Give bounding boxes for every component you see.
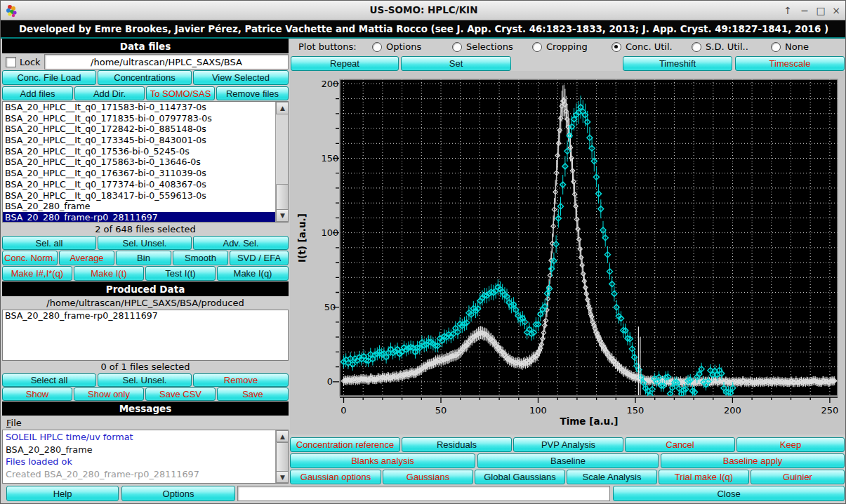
set-button[interactable]: Set (401, 56, 511, 71)
lock-row: Lock (2, 54, 44, 69)
advanced-select-button[interactable]: Adv. Sel. (193, 236, 289, 250)
average-button[interactable]: Average (59, 251, 114, 265)
gaussian-options-button[interactable]: Gaussian options (290, 470, 381, 484)
test-it-button[interactable]: Test I(t) (145, 266, 216, 281)
list-item[interactable]: BSA_20_280_frame (3, 201, 275, 212)
timescale-button[interactable]: Timescale (735, 56, 845, 71)
radio-none[interactable]: None (771, 41, 809, 52)
progress-field (237, 486, 610, 501)
list-item[interactable]: BSA_20_HPLC__It_q0_171835-bi-0_0797783-0… (3, 113, 275, 124)
radio-conc-util[interactable]: Conc. Util. (612, 41, 673, 52)
messages-scrollbar[interactable]: ▲ ▼ (275, 430, 288, 483)
list-item[interactable]: BSA_20_280_frame-rp0_28111697 (3, 310, 288, 321)
select-all-button[interactable]: Sel. all (2, 236, 96, 250)
minimize-window-button[interactable]: − (797, 4, 812, 18)
radio-sd-util[interactable]: S.D. Util.. (692, 41, 748, 52)
baseline-button[interactable]: Baseline (477, 453, 659, 468)
radio-cropping[interactable]: Cropping (532, 41, 588, 52)
window-title: US-SOMO: HPLC/KIN (1, 4, 846, 15)
make-it-button[interactable]: Make I(t) (74, 266, 144, 281)
radio-circle-icon[interactable] (692, 42, 701, 52)
concentrations-button[interactable]: Concentrations (98, 70, 192, 85)
scale-analysis-button[interactable]: Scale Analysis (567, 470, 657, 484)
scrollbar-thumb[interactable] (276, 184, 289, 212)
produced-data-header: Produced Data (2, 281, 289, 296)
svd-efa-button[interactable]: SVD / EFA (230, 251, 289, 265)
list-item[interactable]: BSA_20_HPLC__It_q0_173345-bi-0_843001-0s (3, 135, 275, 146)
conc-norm-button[interactable]: Conc. Norm. (2, 251, 58, 265)
messages-menubar: File (2, 416, 289, 429)
blanks-analysis-button[interactable]: Blanks analysis (290, 453, 475, 468)
to-somo-sas-button[interactable]: To SOMO/SAS (146, 86, 215, 100)
close-button[interactable]: Close (613, 486, 845, 501)
list-item[interactable]: BSA_20_280_frame-rp0_28111697 (3, 212, 275, 223)
scroll-down-icon[interactable]: ▼ (276, 471, 289, 483)
global-gaussians-button[interactable]: Global Gaussians (475, 470, 565, 484)
gaussians-button[interactable]: Gaussians (383, 470, 473, 484)
pvp-analysis-button[interactable]: PVP Analysis (513, 437, 623, 452)
produced-select-unselected-button[interactable]: Sel. Unsel. (98, 373, 192, 387)
select-unselected-button[interactable]: Sel. Unsel. (98, 236, 192, 250)
bin-button[interactable]: Bin (116, 251, 171, 265)
data-files-list[interactable]: BSA_20_HPLC__It_q0_171583-bi-0_114737-0s… (2, 101, 289, 223)
list-item[interactable]: BSA_20_HPLC__It_q0_172842-bi-0_885148-0s (3, 124, 275, 135)
scrollbar-thumb[interactable] (276, 442, 289, 472)
keep-button[interactable]: Keep (736, 437, 845, 452)
make-iq-star-button[interactable]: Make I#,I*(q) (2, 266, 72, 281)
messages-box[interactable]: SOLEIL HPLC time/uv format BSA_20_280_fr… (2, 430, 289, 484)
save-csv-button[interactable]: Save CSV (145, 387, 216, 401)
scroll-up-icon[interactable]: ▲ (276, 430, 289, 442)
repeat-button[interactable]: Repeat (291, 56, 399, 71)
radio-circle-icon[interactable] (612, 42, 621, 52)
list-item[interactable]: BSA_20_HPLC__It_q0_171583-bi-0_114737-0s (3, 102, 275, 113)
radio-circle-icon[interactable] (771, 42, 781, 52)
add-files-button[interactable]: Add files (2, 86, 73, 100)
radio-selections[interactable]: Selections (452, 41, 513, 52)
shade-window-button[interactable]: ↑ (780, 4, 795, 18)
file-list-scrollbar[interactable]: ▲ ▼ (275, 102, 288, 222)
lock-checkbox[interactable] (6, 57, 16, 67)
close-window-button[interactable]: × (828, 4, 844, 18)
scroll-up-icon[interactable]: ▲ (276, 102, 289, 114)
it-vs-time-chart[interactable]: 050100150200250050100150200Time [a.u.]I(… (290, 71, 846, 435)
conc-file-load-button[interactable]: Conc. File Load (2, 70, 96, 85)
guinier-button[interactable]: Guinier (751, 470, 845, 484)
trial-make-iq-button[interactable]: Trial make I(q) (659, 470, 749, 484)
show-button[interactable]: Show (2, 387, 72, 401)
list-item[interactable]: BSA_20_HPLC__It_q0_17536-bi-0_5245-0s (3, 146, 275, 157)
produced-select-all-button[interactable]: Select all (2, 373, 96, 387)
radio-options[interactable]: Options (372, 41, 421, 52)
radio-label: Cropping (546, 41, 588, 52)
list-item[interactable]: BSA_20_HPLC__It_q0_177374-bi-0_408367-0s (3, 179, 275, 190)
radio-label: S.D. Util.. (706, 41, 748, 52)
radio-circle-icon[interactable] (372, 42, 382, 52)
remove-files-button[interactable]: Remove files (216, 86, 289, 100)
show-only-button[interactable]: Show only (74, 387, 144, 401)
list-item[interactable]: BSA_20_HPLC__It_q0_176367-bi-0_311039-0s (3, 168, 275, 179)
maximize-window-button[interactable]: □ (813, 4, 828, 18)
smooth-button[interactable]: Smooth (173, 251, 228, 265)
make-iq-button[interactable]: Make I(q) (217, 266, 289, 281)
help-button[interactable]: Help (6, 486, 119, 501)
radio-label: None (785, 41, 809, 52)
list-item[interactable]: BSA_20_HPLC__It_q0_183417-bi-0_559613-0s (3, 190, 275, 201)
produced-remove-button[interactable]: Remove (193, 373, 289, 387)
file-menu[interactable]: File (6, 418, 22, 428)
baseline-apply-button[interactable]: Baseline apply (661, 453, 845, 468)
timeshift-button[interactable]: Timeshift (623, 56, 732, 71)
radio-circle-icon[interactable] (532, 42, 542, 52)
plot-canvas[interactable]: 050100150200250050100150200Time [a.u.]I(… (290, 71, 846, 435)
list-item[interactable]: BSA_20_HPLC__It_q0_175863-bi-0_13646-0s (3, 157, 275, 168)
options-button[interactable]: Options (121, 486, 235, 501)
radio-circle-icon[interactable] (452, 42, 462, 52)
add-dir-button[interactable]: Add Dir. (74, 86, 145, 100)
scroll-down-icon[interactable]: ▼ (276, 209, 289, 222)
view-selected-button[interactable]: View Selected (193, 70, 289, 85)
save-button[interactable]: Save (217, 387, 289, 401)
svg-text:100: 100 (529, 405, 547, 416)
concentration-reference-button[interactable]: Concentration reference (290, 437, 400, 452)
residuals-button[interactable]: Residuals (402, 437, 512, 452)
data-files-path-field[interactable]: /home/ultrascan/HPLC_SAXS/BSA (44, 54, 289, 69)
produced-data-list[interactable]: BSA_20_280_frame-rp0_28111697 (2, 310, 289, 361)
cancel-button[interactable]: Cancel (625, 437, 735, 452)
